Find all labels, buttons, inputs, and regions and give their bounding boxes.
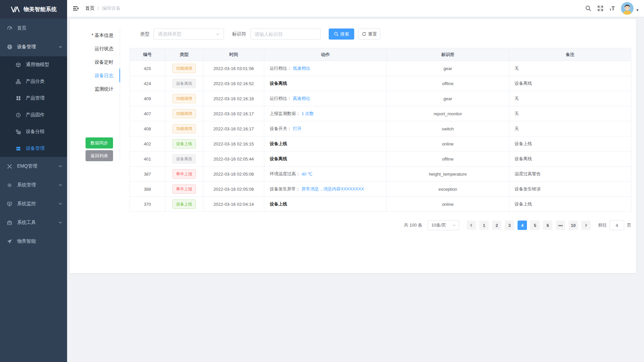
- page-button-1[interactable]: 1: [479, 221, 489, 230]
- cell-remark: 无: [509, 61, 631, 76]
- page-ellipsis-button[interactable]: •••: [556, 221, 565, 230]
- page-button-3[interactable]: 3: [505, 221, 514, 230]
- action-text: 设备离线: [270, 156, 287, 162]
- user-menu[interactable]: ▼: [621, 2, 639, 15]
- cell-type: 设备离线: [165, 76, 203, 91]
- sidebar-item-label: 系统监控: [17, 201, 36, 207]
- page-size-select[interactable]: 10条/页: [428, 220, 459, 230]
- sidebar-item-2[interactable]: EMQ管理: [0, 157, 67, 176]
- sidebar-item-6[interactable]: 物美智能: [0, 232, 67, 251]
- cell-action: 设备离线: [264, 76, 387, 91]
- tab-0[interactable]: * 基本信息: [70, 28, 120, 42]
- sidebar-item-0[interactable]: 首页: [0, 19, 67, 38]
- cell-identifier: exception: [387, 182, 509, 196]
- cell-identifier: online: [387, 197, 509, 212]
- page-button-2[interactable]: 2: [492, 221, 501, 230]
- font-size-icon[interactable]: тT: [609, 6, 615, 11]
- filter-bar: 类型 请选择类型 标识符 搜索 重置: [140, 28, 380, 40]
- send-icon: [7, 239, 12, 244]
- sidebar-subitem-2[interactable]: 产品管理: [0, 90, 67, 107]
- action-link[interactable]: 打开: [293, 126, 302, 132]
- sidebar-subitem-0[interactable]: 通用物模型: [0, 56, 67, 73]
- type-select[interactable]: 请选择类型: [154, 28, 224, 40]
- refresh-icon: [362, 32, 366, 36]
- page-button-4[interactable]: 4: [518, 221, 527, 230]
- sidebar-subitem-3[interactable]: 产品固件: [0, 107, 67, 123]
- sidebar: 物美智能系统 首页设备管理通用物模型产品分类产品管理产品固件设备分组设备管理EM…: [0, 0, 67, 362]
- sidebar-item-1[interactable]: 设备管理: [0, 38, 67, 56]
- cell-action: 运行档位：高速档位: [264, 91, 387, 106]
- tab-2[interactable]: 设备定时: [70, 55, 120, 69]
- search-button[interactable]: 搜索: [329, 28, 354, 40]
- table-row: 408功能调用2022-03-16 02:16:17设备开关：打开switch无: [130, 121, 631, 136]
- sidebar-item-4[interactable]: 系统监控: [0, 194, 67, 213]
- goto-page-input[interactable]: [609, 220, 624, 230]
- avatar: [621, 2, 634, 15]
- action-link[interactable]: 异常消息，消息内容XXXXXXXX: [302, 186, 364, 192]
- cell-remark: 无: [509, 106, 631, 121]
- grid-icon: [15, 96, 21, 101]
- cell-time: 2022-03-16 02:16:17: [203, 106, 264, 121]
- content-card: * 基本信息运行状态设备定时设备日志监测统计 数据同步 返回列表 类型 请选择类…: [70, 19, 636, 273]
- page-buttons: 123456•••10: [467, 221, 591, 230]
- total-count: 共 100 条: [404, 222, 422, 228]
- sidebar-item-5[interactable]: 系统工具: [0, 213, 67, 232]
- chevron-down-icon: [58, 221, 62, 225]
- va-logo-icon: [10, 6, 20, 12]
- emq-icon: [7, 164, 12, 169]
- hamburger-icon[interactable]: [67, 0, 85, 17]
- cell-time: 2022-03-16 02:04:14: [203, 197, 264, 212]
- sidebar-subitem-1[interactable]: 产品分类: [0, 73, 67, 90]
- next-page-button[interactable]: [581, 221, 591, 230]
- fullscreen-icon[interactable]: [597, 5, 603, 11]
- action-link[interactable]: 40 ℃: [302, 172, 313, 177]
- breadcrumb-current: 编辑设备: [102, 5, 121, 11]
- page-button-6[interactable]: 6: [543, 221, 552, 230]
- sidebar-item-label: 产品管理: [26, 95, 45, 101]
- breadcrumb-home[interactable]: 首页: [85, 5, 95, 11]
- tab-1[interactable]: 运行状态: [70, 42, 120, 55]
- tab-3[interactable]: 设备日志: [70, 69, 120, 82]
- prev-page-button[interactable]: [467, 221, 476, 230]
- table-row: 388事件上报2022-03-16 02:05:08设备发生异常：异常消息，消息…: [130, 181, 631, 196]
- cube-icon: [15, 62, 21, 68]
- cell-type: 功能调用: [165, 91, 203, 106]
- sidebar-subitem-5[interactable]: 设备管理: [0, 140, 67, 157]
- cell-identifier: offline: [387, 76, 509, 91]
- action-link[interactable]: 高速档位: [293, 96, 310, 102]
- cell-remark: 设备离线: [509, 152, 631, 166]
- search-icon[interactable]: [585, 5, 591, 11]
- type-tag: 事件上报: [172, 169, 196, 179]
- cell-action: 设备上线: [264, 136, 387, 151]
- table-row: 402设备上线2022-03-16 02:16:15设备上线online设备上线: [130, 136, 631, 151]
- sidebar-subitem-4[interactable]: 设备分组: [0, 123, 67, 140]
- identifier-input[interactable]: [255, 32, 316, 37]
- back-to-list-button[interactable]: 返回列表: [86, 150, 113, 161]
- breadcrumb: 首页 / 编辑设备: [85, 5, 121, 11]
- tab-4[interactable]: 监测统计: [70, 82, 120, 96]
- firmware-icon: [15, 112, 21, 118]
- sidebar-item-3[interactable]: 系统管理: [0, 176, 67, 194]
- data-sync-button[interactable]: 数据同步: [86, 137, 113, 148]
- cell-id: 401: [130, 152, 165, 166]
- type-tag: 事件上报: [172, 184, 196, 194]
- table-row: 407功能调用2022-03-16 02:16:17上报监测数据：1 次数rep…: [130, 106, 631, 121]
- breadcrumb-separator: /: [98, 6, 99, 11]
- cell-identifier: gear: [387, 91, 509, 106]
- action-link[interactable]: 1 次数: [302, 111, 314, 117]
- cell-time: 2022-03-16 02:05:08: [203, 167, 264, 181]
- page-button-5[interactable]: 5: [530, 221, 540, 230]
- column-header: 备注: [509, 48, 631, 61]
- type-select-placeholder: 请选择类型: [158, 31, 181, 37]
- device-globe-icon: [7, 44, 12, 50]
- cell-time: 2022-03-16 02:16:15: [203, 136, 264, 151]
- app-logo[interactable]: 物美智能系统: [0, 0, 67, 19]
- chevron-up-icon: [58, 45, 62, 49]
- cell-time: 2022-03-16 03:01:56: [203, 61, 264, 76]
- app-title: 物美智能系统: [24, 6, 57, 13]
- cell-action: 上报监测数据：1 次数: [264, 106, 387, 121]
- search-icon: [334, 32, 338, 36]
- reset-button[interactable]: 重置: [358, 28, 380, 40]
- action-link[interactable]: 低速档位: [293, 65, 310, 71]
- page-button-10[interactable]: 10: [569, 221, 578, 230]
